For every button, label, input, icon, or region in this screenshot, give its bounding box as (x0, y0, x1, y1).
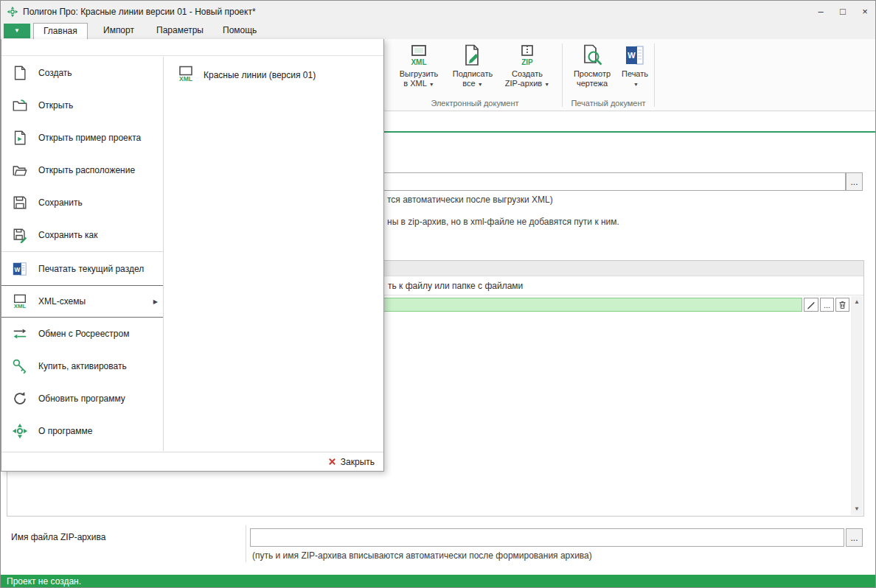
dropdown-arrow-icon: ▼ (478, 82, 483, 87)
dropdown-arrow-icon: ▼ (429, 82, 434, 87)
exchange-arrows-icon (11, 326, 29, 342)
xml-path-hint: тся автоматически после выгрузки XML) (387, 195, 553, 205)
sidebar-item-about[interactable]: О программе (1, 415, 163, 447)
scroll-down-icon[interactable]: ▼ (851, 503, 863, 515)
submenu-arrow-icon: ▶ (153, 298, 158, 305)
file-menu-footer: Закрыть (1, 452, 383, 471)
save-as-icon (11, 227, 29, 243)
file-menu-list: Создать Открыть Открыть пример проекта О… (1, 57, 164, 451)
window-title: Полигон Про: Красные линии версии 01 - Н… (23, 1, 256, 23)
xml-file-icon: XML (177, 65, 195, 85)
refresh-icon (11, 391, 29, 407)
preview-drawing-icon (580, 43, 604, 68)
file-browse-button[interactable]: ... (820, 298, 834, 312)
sign-file-button[interactable] (804, 298, 818, 312)
sidebar-item-buy-activate[interactable]: Купить, активировать (1, 350, 163, 382)
ribbon-button-sign-all[interactable]: Подписать все▼ (449, 43, 496, 96)
zip-name-label: Имя файла ZIP-архива (11, 532, 105, 542)
form-divider (246, 525, 246, 562)
svg-text:XML: XML (411, 58, 426, 66)
tab-help[interactable]: Помощь (213, 23, 266, 39)
titlebar: Полигон Про: Красные линии версии 01 - Н… (1, 1, 875, 23)
file-menu-panel: Создать Открыть Открыть пример проекта О… (1, 39, 384, 472)
statusbar: Проект не создан. (1, 575, 875, 588)
close-button[interactable]: × (854, 1, 876, 23)
sidebar-item-open-location[interactable]: Открыть расположение (1, 154, 163, 186)
xml-path-browse-button[interactable]: ... (846, 172, 863, 191)
word-document-icon: W (11, 261, 29, 277)
new-file-icon (11, 65, 29, 81)
app-logo-icon (7, 6, 18, 18)
files-table-header-text: ть к файлу или папке с файлами (388, 281, 523, 291)
word-print-icon: W (623, 43, 647, 68)
about-logo-icon (11, 423, 29, 439)
ribbon-group-separator (654, 43, 655, 107)
sidebar-item-save-as[interactable]: Сохранить как (1, 219, 163, 251)
svg-text:XML: XML (179, 75, 192, 83)
submenu-item-red-lines[interactable]: XML Красные линии (версия 01) (164, 57, 383, 85)
xml-schemas-icon: XML (11, 293, 29, 309)
sidebar-item-update-program[interactable]: Обновить программу (1, 382, 163, 415)
ribbon-button-print[interactable]: W Печать ▼ (619, 43, 651, 96)
close-menu-button[interactable]: Закрыть (341, 457, 375, 467)
sidebar-item-open[interactable]: Открыть (1, 89, 163, 122)
open-example-icon (11, 130, 29, 146)
save-icon (11, 195, 29, 211)
sidebar-item-save[interactable]: Сохранить (1, 186, 163, 219)
app-window: Полигон Про: Красные линии версии 01 - Н… (0, 0, 876, 588)
sign-document-icon (461, 43, 484, 68)
zip-name-hint: (путь и имя ZIP-архива вписываются автом… (252, 550, 592, 561)
file-menu-top-strip (1, 39, 383, 56)
svg-text:ZIP: ZIP (521, 58, 533, 66)
open-folder-icon (11, 97, 29, 113)
scroll-up-icon[interactable]: ▲ (851, 296, 863, 308)
svg-text:XML: XML (14, 303, 27, 309)
sidebar-item-rosreestr-exchange[interactable]: Обмен с Росреестром (1, 318, 163, 350)
close-menu-x-icon (328, 458, 336, 466)
zip-name-input[interactable] (250, 528, 844, 547)
ribbon-group-separator (562, 43, 563, 107)
ribbon-group-label-electronic: Электронный документ (390, 99, 560, 109)
ribbon-group-label-printed: Печатный документ (564, 99, 653, 109)
sidebar-item-print-section[interactable]: W Печатать текущий раздел (1, 252, 163, 285)
tab-parameters[interactable]: Параметры (147, 23, 213, 39)
xml-schemas-submenu: XML Красные линии (версия 01) (164, 57, 383, 451)
xml-export-icon: XML (407, 43, 431, 68)
ribbon-button-export-xml[interactable]: XML Выгрузить в XML▼ (392, 43, 446, 96)
folder-location-icon (11, 162, 29, 178)
files-scrollbar[interactable]: ▲ ▼ (851, 296, 863, 515)
dropdown-arrow-icon: ▼ (544, 82, 549, 87)
tab-import[interactable]: Импорт (94, 23, 144, 39)
svg-text:W: W (628, 51, 636, 60)
zip-name-browse-button[interactable]: ... (846, 528, 863, 547)
zip-note-text: ны в zip-архив, но в xml-файле не добавя… (387, 217, 619, 227)
sidebar-item-xml-schemas[interactable]: XML XML-схемы ▶ (1, 285, 163, 318)
ribbon-tabbar: ▼ Главная Импорт Параметры Помощь ? (1, 23, 875, 39)
ribbon-button-create-zip[interactable]: ZIP Создать ZIP-архив▼ (499, 43, 555, 96)
minimize-button[interactable]: – (810, 1, 832, 23)
file-menu-button[interactable]: ▼ (4, 24, 30, 38)
maximize-button[interactable]: □ (832, 1, 854, 23)
sidebar-item-create[interactable]: Создать (1, 57, 163, 89)
dropdown-arrow-icon: ▼ (633, 82, 639, 87)
status-text: Проект не создан. (7, 575, 81, 588)
key-icon (11, 358, 29, 374)
sidebar-item-open-example[interactable]: Открыть пример проекта (1, 122, 163, 154)
ribbon-button-preview-drawing[interactable]: Просмотр чертежа (569, 43, 616, 96)
svg-text:W: W (14, 266, 20, 273)
zip-archive-icon: ZIP (515, 43, 539, 68)
delete-file-button[interactable] (835, 298, 849, 312)
tab-home[interactable]: Главная (33, 23, 88, 39)
